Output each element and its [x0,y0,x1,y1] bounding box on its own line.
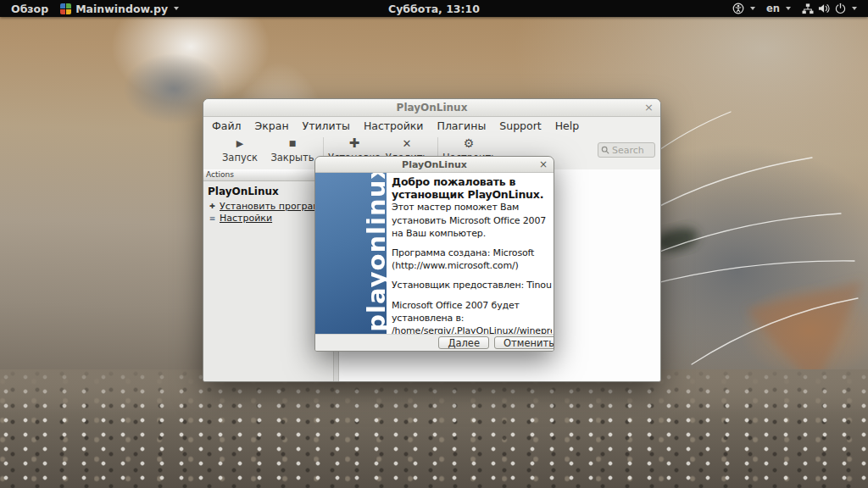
window-title: PlayOnLinux [397,102,468,114]
volume-icon [818,3,831,14]
main-window-titlebar[interactable]: PlayOnLinux × [203,99,660,117]
network-icon [802,3,814,14]
gear-icon: ⚙ [442,136,495,151]
plus-icon: ✚ [208,201,217,213]
chevron-down-icon [750,7,755,10]
install-path-text: /home/sergiv/.PlayOnLinux//wineprefix/O [392,324,552,334]
dialog-titlebar[interactable]: PlayOnLinux × [315,157,554,173]
playonlinux-banner: playonlinux [315,173,387,334]
list-icon: ≡ [208,213,217,225]
keyboard-layout-menu[interactable]: en [764,3,793,14]
playonlinux-logo-text: playonlinux [364,173,387,332]
playonlinux-installer-dialog: PlayOnLinux × playonlinux Добро пожалова… [314,156,554,352]
menu-screen[interactable]: Экран [248,118,296,134]
gnome-top-bar: Обзор Mainwindow.py Суббота, 13:10 en [0,0,868,17]
accessibility-icon [732,3,744,14]
dialog-button-bar: Далее Отменить [315,334,554,351]
app-icon [60,3,71,14]
search-icon [601,146,609,154]
clock-button[interactable]: Суббота, 13:10 [388,3,480,15]
stop-button[interactable]: ■ Закрыть [266,136,319,164]
created-by-text: Программа создана: Microsoft (http://www… [392,247,552,272]
dialog-body: playonlinux Добро пожаловать в установщи… [315,173,554,334]
accessibility-menu[interactable] [730,3,758,14]
next-button[interactable]: Далее [438,336,489,349]
cancel-button[interactable]: Отменить [494,336,554,349]
close-icon[interactable]: × [644,100,654,115]
intro-text: Этот мастер поможет Вам установить Micro… [392,201,552,240]
menu-file[interactable]: Файл [205,118,248,134]
search-input[interactable] [612,145,649,156]
chevron-down-icon [852,7,857,10]
system-status-menu[interactable] [799,3,860,14]
run-button[interactable]: ▶ Запуск [214,136,266,164]
welcome-heading: Добро пожаловать в установщик PlayOnLinu… [392,175,552,201]
dialog-text: Добро пожаловать в установщик PlayOnLinu… [387,173,554,334]
gravel-ground [0,369,868,488]
play-icon: ▶ [214,136,266,151]
chevron-down-icon [174,7,179,10]
menu-settings[interactable]: Настройки [357,118,431,134]
stop-icon: ■ [266,136,319,151]
power-icon [835,3,846,14]
search-box[interactable] [598,142,655,158]
app-menu-button[interactable]: Mainwindow.py [57,3,182,15]
install-target-text: Microsoft Office 2007 будет установлена … [392,299,552,324]
close-icon[interactable]: × [539,157,548,172]
chevron-down-icon [786,7,791,10]
activities-button[interactable]: Обзор [8,3,52,15]
menu-plugins[interactable]: Плагины [430,118,492,134]
plus-icon: ✚ [328,136,381,151]
cross-icon: ✕ [381,136,433,151]
provided-by-text: Установщик предоставлен: Tinou [392,279,552,291]
menu-utilities[interactable]: Утилиты [296,118,357,134]
menu-support[interactable]: Support [492,118,548,134]
menu-help[interactable]: Help [548,118,587,134]
language-indicator: en [766,3,780,14]
app-menu-label: Mainwindow.py [75,3,168,15]
menubar: Файл Экран Утилиты Настройки Плагины Sup… [203,117,660,134]
dialog-title: PlayOnLinux [402,159,467,170]
